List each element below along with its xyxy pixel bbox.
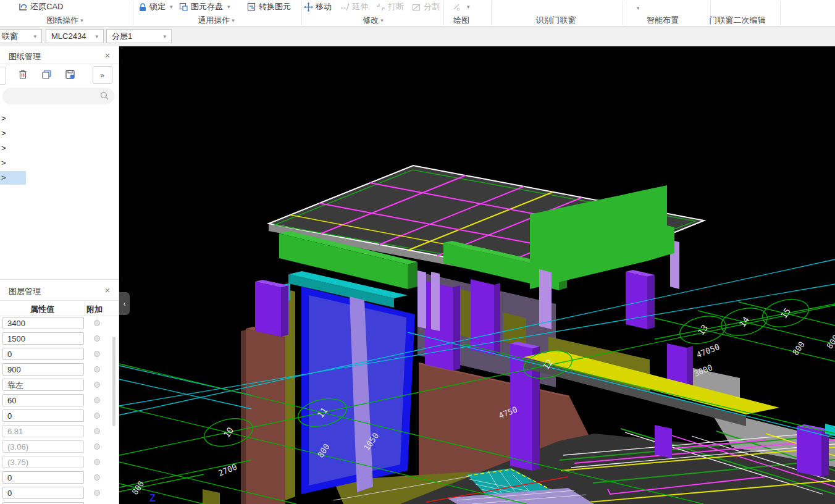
chevron-down-icon: ▾ — [227, 4, 230, 10]
lock-button[interactable]: 锁定 ▾ — [138, 1, 173, 13]
smart-layout-dropdown[interactable]: ▾ — [635, 2, 640, 14]
layer-panel-close-button[interactable]: × — [103, 285, 112, 295]
draw-line-icon — [453, 2, 463, 12]
dimension-label: 800 — [130, 479, 146, 497]
property-value-input[interactable]: 60 — [2, 394, 84, 406]
column-header-value: 属性值 — [0, 304, 85, 315]
convert-element-button[interactable]: 转换图元 — [247, 1, 291, 13]
extra-radio[interactable] — [94, 413, 100, 419]
family-select[interactable]: 联窗▾ — [0, 29, 42, 43]
property-value-input[interactable]: 靠左 — [2, 379, 84, 391]
axis-bubble-label-15: 15 — [779, 306, 793, 321]
copy-icon — [41, 69, 52, 82]
group-sheet-ops[interactable]: 图纸操作▾ — [34, 15, 96, 25]
ribbon-separator — [133, 1, 133, 25]
move-button[interactable]: 移动 — [304, 1, 332, 13]
extra-radio[interactable] — [94, 366, 100, 372]
ribbon-separator — [301, 1, 302, 25]
divider — [0, 300, 119, 301]
extra-radio[interactable] — [94, 351, 100, 357]
group-modify[interactable]: 修改▾ — [342, 15, 404, 25]
group-common-ops[interactable]: 通用操作▾ — [185, 15, 247, 25]
extra-radio[interactable] — [94, 490, 100, 496]
move-label: 移动 — [316, 1, 332, 12]
restore-cad-button[interactable]: 还原CAD — [19, 1, 63, 13]
axis-bubble-label-14: 14 — [737, 315, 752, 329]
draw-line-tool-button: ▾ — [453, 1, 470, 13]
extra-radio[interactable] — [94, 443, 100, 450]
ribbon-separator — [623, 1, 623, 25]
left-panel-column: 图纸管理 × » > > > > > — [0, 46, 119, 504]
group-smart-layout[interactable]: 智能布置 — [626, 15, 700, 25]
extend-button: 延伸 — [340, 1, 368, 13]
trash-icon — [18, 69, 28, 82]
property-value-input[interactable]: 0 — [2, 487, 84, 499]
column-divider — [85, 301, 85, 316]
convert-element-label: 转换图元 — [259, 1, 291, 12]
extra-radio[interactable] — [94, 428, 100, 434]
split-button: 分割 — [412, 1, 440, 13]
element-save-button[interactable]: 图元存盘 ▾ — [179, 1, 230, 13]
property-value-input[interactable]: 0 — [2, 410, 84, 422]
cutoff-tool-button[interactable] — [0, 67, 6, 85]
element-code-select[interactable]: MLC2434▾ — [46, 29, 104, 43]
sheet-tree-item-selected[interactable]: > — [0, 171, 26, 185]
property-value-input[interactable]: 0 — [2, 348, 84, 360]
extra-radio[interactable] — [94, 397, 100, 403]
chevron-down-icon: ▾ — [80, 17, 83, 23]
element-save-icon — [179, 2, 188, 12]
chevron-down-icon: ▾ — [637, 5, 640, 11]
element-save-label: 图元存盘 — [191, 1, 223, 12]
property-value-input[interactable]: (3.06) — [2, 440, 84, 453]
ribbon-toolbar: 还原CAD 图纸操作▾ 锁定 ▾ 图元存盘 ▾ 转换图元 通用操作 — [0, 0, 835, 27]
sheet-search-input[interactable] — [2, 88, 114, 104]
double-chevron-right-icon: » — [100, 71, 105, 80]
viewport-3d[interactable]: 10 11 12 13 14 15 2700 800 1050 4750 300… — [119, 46, 835, 504]
sheet-panel-close-button[interactable]: × — [103, 51, 112, 61]
ribbon-separator — [780, 1, 781, 25]
save-icon — [65, 69, 75, 82]
chevron-down-icon: ▾ — [232, 17, 235, 23]
property-value-input[interactable]: 0 — [2, 471, 84, 484]
delete-sheet-button[interactable] — [14, 67, 32, 83]
sheet-panel-title: 图纸管理 — [9, 51, 41, 62]
group-draw[interactable]: 绘图 — [440, 15, 483, 25]
save-sheet-button[interactable] — [61, 67, 79, 83]
lock-icon — [138, 2, 147, 12]
extra-radio[interactable] — [94, 382, 100, 388]
dimension-label: 47050 — [695, 342, 721, 360]
convert-element-icon — [247, 2, 256, 12]
property-value-input[interactable]: 6.81 — [2, 425, 84, 437]
viewport-canvas[interactable]: 10 11 12 13 14 15 2700 800 1050 4750 300… — [119, 46, 835, 504]
chevron-down-icon: ▾ — [33, 33, 36, 40]
property-value-input[interactable]: 900 — [2, 363, 84, 376]
panel-scrollbar[interactable] — [112, 337, 115, 426]
sheet-tree-item[interactable]: > — [0, 156, 38, 170]
search-icon — [100, 91, 109, 100]
property-value-input[interactable]: 3400 — [2, 317, 84, 329]
group-recognize-mlc[interactable]: 识别门联窗 — [519, 15, 593, 25]
extra-radio[interactable] — [94, 459, 100, 465]
extra-radio[interactable] — [94, 474, 100, 481]
copy-sheet-button[interactable] — [37, 67, 56, 83]
panel-collapse-handle[interactable]: ‹ — [119, 292, 130, 315]
more-tools-button[interactable]: » — [93, 66, 112, 84]
extra-radio[interactable] — [94, 335, 100, 342]
sheet-tree-item[interactable]: > — [0, 127, 38, 140]
property-value-input[interactable]: (3.75) — [2, 456, 84, 468]
extra-radio[interactable] — [94, 320, 100, 326]
move-icon — [304, 2, 313, 12]
sheet-tree-item[interactable]: > — [0, 141, 38, 155]
divider — [0, 316, 119, 316]
element-selector-bar: 联窗▾ MLC2434▾ 分层1▾ — [0, 27, 835, 47]
layer-select[interactable]: 分层1▾ — [106, 29, 172, 43]
chevron-down-icon: ▾ — [380, 17, 384, 23]
extend-label: 延伸 — [352, 1, 368, 12]
sheet-tree-item[interactable]: > — [0, 112, 38, 125]
dimension-label: 2700 — [217, 462, 238, 478]
chevron-down-icon: ▾ — [467, 4, 470, 10]
property-value-input[interactable]: 1500 — [2, 332, 84, 345]
lock-label: 锁定 — [149, 1, 166, 12]
group-mlc-secondary-edit[interactable]: 门联窗二次编辑 — [700, 15, 775, 25]
z-axis-label: Z — [149, 493, 156, 503]
